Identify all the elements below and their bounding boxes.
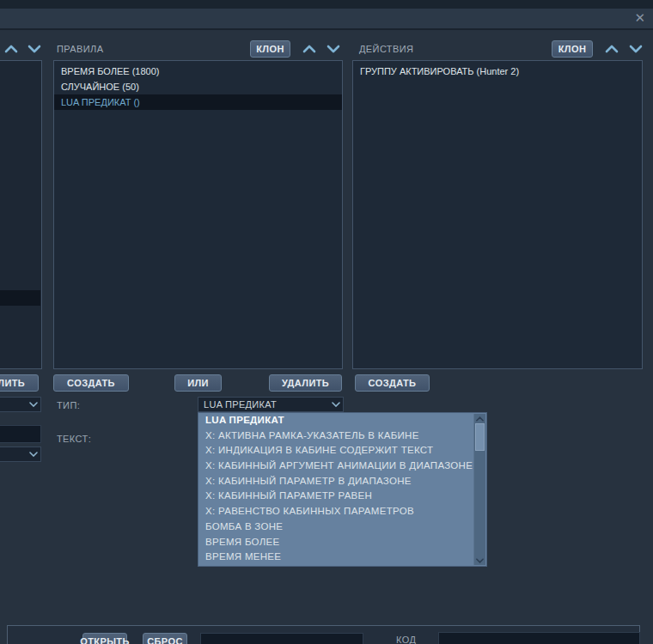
list-item[interactable]	[0, 290, 40, 306]
scroll-up-icon[interactable]	[474, 414, 485, 423]
delete-action-button[interactable]: УДАЛИТЬ	[269, 374, 342, 392]
actions-section-title: ДЕЙСТВИЯ	[359, 44, 413, 54]
chevron-down-icon	[27, 402, 40, 407]
actions-move-up-button[interactable]	[603, 43, 620, 55]
dropdown-option[interactable]: X: ИНДИКАЦИЯ В КАБИНЕ СОДЕРЖИТ ТЕКСТ	[198, 443, 486, 459]
dropdown-option[interactable]: ВРЕМЯ БОЛЕЕ	[198, 535, 486, 550]
chevron-down-icon	[629, 41, 643, 57]
rules-list: ВРЕМЯ БОЛЕЕ (1800) СЛУЧАЙНОЕ (50) LUA ПР…	[53, 60, 343, 369]
chevron-down-icon	[27, 41, 41, 57]
dropdown-option[interactable]: X: КАБИННЫЙ ПАРАМЕТР РАВЕН	[198, 489, 486, 504]
actions-list: ГРУППУ АКТИВИРОВАТЬ (Hunter 2)	[352, 60, 643, 369]
chevron-up-icon	[605, 41, 619, 57]
reset-button[interactable]: СБРОС	[143, 633, 187, 644]
titlebar	[0, 0, 653, 9]
chevron-down-icon	[326, 41, 340, 57]
text-field-label: ТЕКСТ:	[57, 434, 91, 444]
rule-type-dropdown-list: LUA ПРЕДИКАТ X: АКТИВНА РАМКА-УКАЗАТЕЛЬ …	[198, 412, 487, 567]
list-item[interactable]: LUA ПРЕДИКАТ ()	[54, 94, 342, 110]
rule-type-select[interactable]: LUA ПРЕДИКАТ	[198, 397, 344, 412]
type-field-label: ТИП:	[57, 400, 80, 410]
create-action-button[interactable]: СОЗДАТЬ	[355, 374, 430, 392]
scrollbar-thumb[interactable]	[475, 423, 485, 451]
chevron-down-icon	[27, 452, 40, 457]
trigger-editor-window: { "icons": { "close": "✕" }, "rules_sect…	[0, 0, 653, 644]
or-button[interactable]: ИЛИ	[174, 374, 222, 392]
window-header: ✕	[0, 9, 653, 30]
chevron-up-icon	[302, 41, 316, 57]
rules-clone-button[interactable]: КЛОН	[250, 40, 290, 58]
chevron-down-icon	[329, 402, 343, 407]
dropdown-option[interactable]: X: АКТИВНА РАМКА-УКАЗАТЕЛЬ В КАБИНЕ	[198, 428, 486, 444]
actions-clone-button[interactable]: КЛОН	[552, 40, 593, 58]
create-rule-button[interactable]: СОЗДАТЬ	[53, 374, 129, 392]
rules-section-title: ПРАВИЛА	[57, 44, 103, 54]
list-item[interactable]: ВРЕМЯ БОЛЕЕ (1800)	[54, 64, 342, 79]
close-icon[interactable]: ✕	[634, 10, 645, 26]
rules-move-down-button[interactable]	[325, 43, 342, 55]
trigger-event-select[interactable]	[0, 447, 41, 462]
dropdown-option[interactable]: X: КАБИННЫЙ АРГУМЕНТ АНИМАЦИИ В ДИАПАЗОН…	[198, 459, 486, 474]
scroll-down-icon[interactable]	[474, 556, 485, 565]
file-path-input[interactable]	[200, 633, 363, 644]
trigger-name-input[interactable]	[0, 425, 41, 443]
triggers-list-panel	[0, 60, 42, 369]
dropdown-option[interactable]: БОМБА В ЗОНЕ	[198, 519, 486, 535]
open-button[interactable]: ОТКРЫТЬ	[82, 633, 127, 644]
left-panel-up-button[interactable]	[3, 43, 20, 55]
left-panel-down-button[interactable]	[26, 43, 43, 55]
dropdown-option[interactable]: X: РАВЕНСТВО КАБИННЫХ ПАРАМЕТРОВ	[198, 504, 486, 519]
dropdown-option[interactable]: LUA ПРЕДИКАТ	[198, 413, 486, 428]
select-value: LUA ПРЕДИКАТ	[198, 399, 329, 410]
dropdown-option[interactable]: X: КАБИННЫЙ ПАРАМЕТР В ДИАПАЗОНЕ	[198, 474, 486, 489]
code-input[interactable]	[438, 632, 640, 644]
list-item[interactable]: ГРУППУ АКТИВИРОВАТЬ (Hunter 2)	[353, 64, 642, 79]
code-field-label: КОД	[396, 635, 416, 644]
dropdown-option[interactable]: ВРЕМЯ МЕНЕЕ	[198, 550, 486, 565]
actions-move-down-button[interactable]	[627, 43, 644, 55]
delete-trigger-button[interactable]: УДАЛИТЬ	[0, 374, 39, 392]
list-item[interactable]: СЛУЧАЙНОЕ (50)	[54, 79, 342, 94]
chevron-up-icon	[4, 41, 18, 57]
trigger-type-select[interactable]	[0, 397, 41, 412]
rules-move-up-button[interactable]	[301, 43, 318, 55]
dropdown-scrollbar[interactable]	[473, 414, 485, 565]
